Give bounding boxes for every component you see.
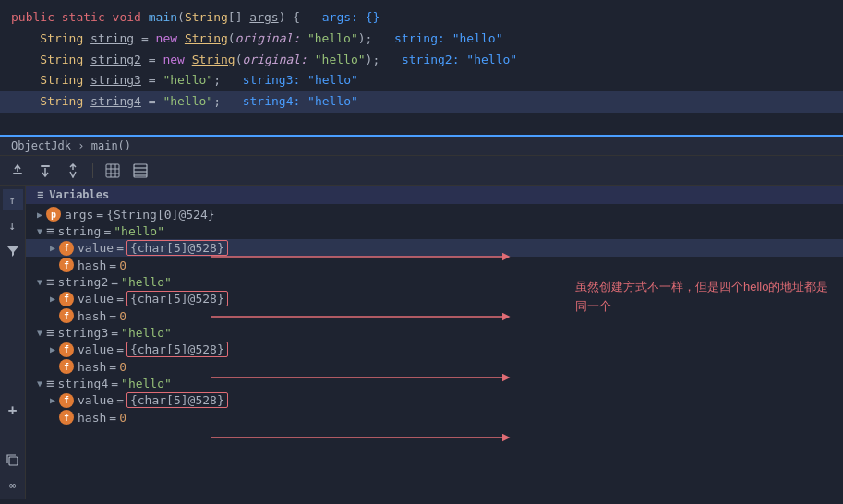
step-over-button[interactable] (7, 161, 28, 181)
breadcrumb-separator: › (78, 139, 90, 152)
icon-args: p (46, 207, 61, 222)
icon-string2: ≡ (46, 274, 54, 289)
side-icon-down[interactable]: ↓ (3, 215, 23, 235)
code-line-2: String string = new String(original: "he… (0, 29, 843, 50)
var-row-string4-value[interactable]: f value = {char[5]@528} (26, 391, 843, 409)
var-row-string-hash[interactable]: f hash = 0 (26, 257, 843, 273)
variables-icon: ≡ (37, 188, 43, 201)
var-row-string2[interactable]: ≡ string2 = "hello" (26, 273, 843, 290)
side-icon-up[interactable]: ↑ (3, 189, 23, 210)
string3-value-box: {char[5]@528} (126, 342, 228, 357)
breadcrumb-part2: main() (91, 139, 131, 152)
list-view-button[interactable] (130, 161, 151, 181)
var-row-string4-hash[interactable]: f hash = 0 (26, 409, 843, 426)
var-row-string[interactable]: ≡ string = "hello" (26, 222, 843, 239)
debug-toolbar (0, 156, 843, 186)
variables-header: ≡ Variables (26, 186, 843, 204)
expand-string4[interactable] (33, 378, 46, 389)
svg-rect-11 (9, 457, 18, 465)
var-row-string3[interactable]: ≡ string3 = "hello" (26, 324, 843, 341)
string2-value-box: {char[5]@528} (126, 291, 228, 306)
expand-string2[interactable] (33, 277, 46, 287)
side-icon-infinite[interactable]: ∞ (3, 475, 23, 496)
var-row-string2-hash[interactable]: f hash = 0 (26, 307, 843, 324)
side-icon-copy[interactable] (3, 450, 23, 470)
var-row-string4[interactable]: ≡ string4 = "hello" (26, 375, 843, 391)
icon-string3: ≡ (46, 325, 54, 340)
expand-string-value[interactable] (46, 243, 59, 253)
code-line-4: String string3 = "hello"; string3: "hell… (0, 70, 843, 91)
expand-string2-value[interactable] (46, 294, 59, 304)
code-line-5: String string4 = "hello"; string4: "hell… (0, 91, 843, 113)
code-line-1: public static void main(String[] args) {… (0, 7, 843, 29)
code-line-3: String string2 = new String(original: "h… (0, 50, 843, 71)
string-value-box: {char[5]@528} (126, 240, 228, 256)
breadcrumb-part1: ObjectJdk (11, 139, 71, 152)
debug-panel: ↑ ↓ + ∞ ≡ Variables p (0, 186, 843, 499)
icon-string-value: f (59, 241, 74, 256)
var-row-string3-value[interactable]: f value = {char[5]@528} (26, 341, 843, 358)
variables-list[interactable]: p args = {String[0]@524} ≡ string = "hel… (26, 204, 843, 499)
icon-string4: ≡ (46, 376, 54, 390)
icon-string3-hash: f (59, 359, 74, 374)
string4-value-box: {char[5]@528} (126, 392, 228, 408)
icon-string3-value: f (59, 342, 74, 357)
icon-string4-value: f (59, 393, 74, 408)
arrow-string4 (211, 428, 515, 447)
toolbar-separator-1 (92, 163, 93, 178)
breadcrumb: ObjectJdk › main() (0, 137, 843, 156)
table-view-button[interactable] (102, 161, 123, 181)
icon-string4-hash: f (59, 410, 74, 425)
var-row-string2-value[interactable]: f value = {char[5]@528} (26, 290, 843, 307)
svg-rect-0 (13, 173, 22, 174)
var-row-string-value[interactable]: f value = {char[5]@528} (26, 239, 843, 257)
icon-string2-value: f (59, 292, 74, 306)
step-out-button[interactable] (63, 161, 83, 181)
icon-string: ≡ (46, 223, 54, 238)
side-icon-filter[interactable] (3, 241, 23, 261)
var-row-string3-hash[interactable]: f hash = 0 (26, 358, 843, 375)
expand-string4-value[interactable] (46, 395, 59, 405)
side-icon-panel: ↑ ↓ + ∞ (0, 186, 26, 499)
svg-rect-2 (106, 164, 119, 177)
expand-string3[interactable] (33, 328, 46, 338)
icon-string-hash: f (59, 258, 74, 272)
var-row-args[interactable]: p args = {String[0]@524} (26, 206, 843, 222)
step-into-button[interactable] (35, 161, 55, 181)
icon-string2-hash: f (59, 308, 74, 323)
expand-string3-value[interactable] (46, 344, 59, 354)
variables-label: Variables (49, 188, 109, 201)
side-icon-add[interactable]: + (3, 400, 23, 420)
expand-string[interactable] (33, 226, 46, 236)
svg-rect-1 (41, 165, 50, 167)
variables-container: ≡ Variables p args = {String[0]@524} ≡ s… (26, 186, 843, 499)
expand-args[interactable] (33, 210, 46, 220)
code-editor: public static void main(String[] args) {… (0, 0, 843, 137)
